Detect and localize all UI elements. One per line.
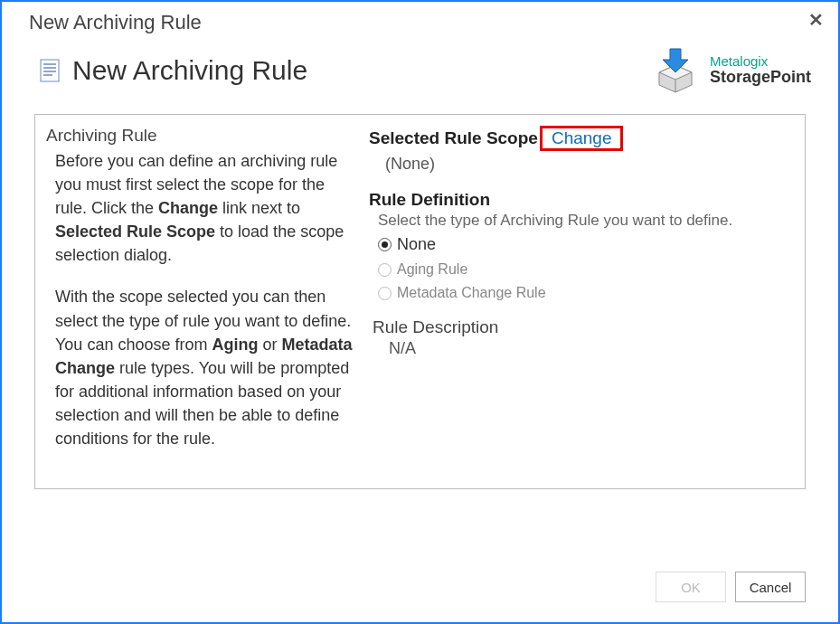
radio-icon <box>378 238 392 251</box>
radio-metadata[interactable]: Metadata Change Rule <box>378 285 788 301</box>
radio-icon <box>378 287 392 300</box>
right-column: Selected Rule Scope Change (None) Rule D… <box>369 126 788 468</box>
radio-none[interactable]: None <box>378 235 788 254</box>
rule-definition-title: Rule Definition <box>369 190 788 210</box>
brand-text: Metalogix StoragePoint <box>710 54 811 87</box>
cancel-button[interactable]: Cancel <box>735 572 806 602</box>
change-link-highlight: Change <box>540 126 624 151</box>
header: New Archiving Rule Metalogix StoragePoin… <box>2 34 838 114</box>
rule-description-value: N/A <box>369 339 788 358</box>
radio-aging[interactable]: Aging Rule <box>378 261 788 278</box>
close-icon[interactable]: ✕ <box>808 9 824 31</box>
radio-metadata-label: Metadata Change Rule <box>397 285 546 301</box>
titlebar: New Archiving Rule ✕ <box>2 2 838 34</box>
brand-logo: Metalogix StoragePoint <box>650 43 811 98</box>
instruction-p2: With the scope selected you can then sel… <box>55 285 358 450</box>
brand-big: StoragePoint <box>710 69 811 87</box>
brand-small: Metalogix <box>710 54 811 70</box>
instruction-p1: Before you can define an archiving rule … <box>55 149 358 267</box>
svg-rect-0 <box>41 60 59 81</box>
page-icon <box>40 59 60 82</box>
ok-button[interactable]: OK <box>656 572 726 602</box>
instructions: Before you can define an archiving rule … <box>46 149 358 450</box>
scope-value: (None) <box>369 155 788 174</box>
scope-row: Selected Rule Scope Change <box>369 126 788 151</box>
rule-description-title: Rule Description <box>369 317 788 337</box>
rule-definition-subtitle: Select the type of Archiving Rule you wa… <box>369 212 788 230</box>
storagepoint-icon <box>650 43 701 98</box>
rule-type-radio-group: None Aging Rule Metadata Change Rule <box>369 235 788 301</box>
scope-label: Selected Rule Scope <box>369 128 538 148</box>
window-title: New Archiving Rule <box>29 11 202 34</box>
left-column: Archiving Rule Before you can define an … <box>46 126 358 468</box>
radio-icon <box>378 263 392 277</box>
page-title: New Archiving Rule <box>72 55 307 86</box>
radio-none-label: None <box>397 235 436 254</box>
radio-aging-label: Aging Rule <box>397 261 467 278</box>
left-section-title: Archiving Rule <box>46 126 358 146</box>
change-link[interactable]: Change <box>543 127 621 149</box>
header-left: New Archiving Rule <box>40 55 307 86</box>
dialog-window: New Archiving Rule ✕ New Archiving Rule <box>0 0 840 624</box>
content-box: Archiving Rule Before you can define an … <box>34 114 806 489</box>
dialog-footer: OK Cancel <box>656 572 806 602</box>
